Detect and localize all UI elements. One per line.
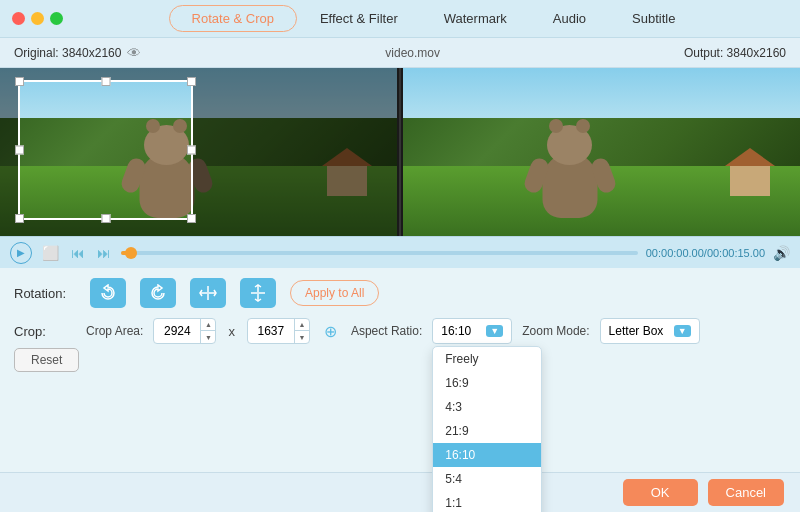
filename: video.mov xyxy=(385,46,440,60)
ok-button[interactable]: OK xyxy=(623,479,698,506)
aspect-option-4-3[interactable]: 4:3 xyxy=(433,395,541,419)
flip-horizontal-button[interactable] xyxy=(190,278,226,308)
panel-divider xyxy=(399,68,401,236)
playback-bar: ▶ ⬜ ⏮ ⏭ 00:00:00.00/00:00:15.00 🔊 xyxy=(0,236,800,268)
crop-center-icon[interactable]: ⊕ xyxy=(324,322,337,341)
crop-handle-bl[interactable] xyxy=(15,214,24,223)
video-house-roof xyxy=(322,148,372,166)
traffic-lights xyxy=(12,12,63,25)
zoom-mode-select-wrap: Letter Box ▼ xyxy=(600,318,700,344)
minimize-button[interactable] xyxy=(31,12,44,25)
aspect-ratio-button[interactable]: 16:10 ▼ xyxy=(432,318,512,344)
original-resolution: Original: 3840x2160 xyxy=(14,46,121,60)
aspect-ratio-value: 16:10 xyxy=(441,324,471,338)
video-sky-right xyxy=(403,68,800,118)
crop-handle-tl[interactable] xyxy=(15,77,24,86)
crop-width-down[interactable]: ▼ xyxy=(201,331,215,344)
title-bar: Rotate & Crop Effect & Filter Watermark … xyxy=(0,0,800,38)
bear-body-right xyxy=(542,153,597,218)
maximize-button[interactable] xyxy=(50,12,63,25)
video-panel-right xyxy=(403,68,800,236)
reset-button[interactable]: Reset xyxy=(14,348,79,372)
crop-height-down[interactable]: ▼ xyxy=(295,331,309,344)
next-frame-icon[interactable]: ⏭ xyxy=(95,243,113,263)
crop-handle-tm[interactable] xyxy=(101,77,110,86)
aspect-ratio-label: Aspect Ratio: xyxy=(351,324,422,338)
aspect-option-5-4[interactable]: 5:4 xyxy=(433,467,541,491)
bear-head-right xyxy=(547,125,592,165)
zoom-mode-button[interactable]: Letter Box ▼ xyxy=(600,318,700,344)
aspect-ratio-select-wrap: 16:10 ▼ Freely 16:9 4:3 21:9 16:10 5:4 1… xyxy=(432,318,512,344)
crop-handle-tr[interactable] xyxy=(187,77,196,86)
crop-row: Crop: Crop Area: ▲ ▼ x ▲ ▼ ⊕ Aspect Rati… xyxy=(14,318,786,344)
crop-area-label: Crop Area: xyxy=(86,324,143,338)
bear-ear-right-right xyxy=(576,119,590,133)
tab-watermark[interactable]: Watermark xyxy=(421,5,530,32)
crop-width-arrows: ▲ ▼ xyxy=(200,318,215,344)
video-bg-right xyxy=(403,68,800,236)
video-area xyxy=(0,68,800,236)
aspect-option-21-9[interactable]: 21:9 xyxy=(433,419,541,443)
info-bar: Original: 3840x2160 👁 video.mov Output: … xyxy=(0,38,800,68)
close-button[interactable] xyxy=(12,12,25,25)
rotate-left-button[interactable] xyxy=(90,278,126,308)
crop-handle-ml[interactable] xyxy=(15,146,24,155)
crop-height-input-wrap: ▲ ▼ xyxy=(247,318,310,344)
eye-icon[interactable]: 👁 xyxy=(127,45,141,61)
bear-ear-left-right xyxy=(549,119,563,133)
bear-arm-right-right xyxy=(589,156,618,195)
crop-handle-mr[interactable] xyxy=(187,146,196,155)
aspect-option-16-10[interactable]: 16:10 xyxy=(433,443,541,467)
crop-width-input-wrap: ▲ ▼ xyxy=(153,318,216,344)
time-display: 00:00:00.00/00:00:15.00 xyxy=(646,247,765,259)
video-panel-left xyxy=(0,68,397,236)
crop-width-up[interactable]: ▲ xyxy=(201,318,215,331)
apply-to-all-button[interactable]: Apply to All xyxy=(290,280,379,306)
rotation-label: Rotation: xyxy=(14,286,76,301)
bottom-bar: OK Cancel xyxy=(0,472,800,512)
crop-height-input[interactable] xyxy=(248,324,294,338)
aspect-ratio-dropdown[interactable]: Freely 16:9 4:3 21:9 16:10 5:4 1:1 9:16 xyxy=(432,346,542,512)
zoom-dropdown-arrow: ▼ xyxy=(674,325,691,337)
aspect-option-16-9[interactable]: 16:9 xyxy=(433,371,541,395)
bear-arm-left-right xyxy=(522,156,551,195)
aspect-option-freely[interactable]: Freely xyxy=(433,347,541,371)
volume-icon[interactable]: 🔊 xyxy=(773,245,790,261)
aspect-option-1-1[interactable]: 1:1 xyxy=(433,491,541,512)
crop-width-input[interactable] xyxy=(154,324,200,338)
crop-label: Crop: xyxy=(14,324,76,339)
play-button[interactable]: ▶ xyxy=(10,242,32,264)
progress-track[interactable] xyxy=(121,251,638,255)
prev-frame-icon[interactable]: ⏮ xyxy=(69,243,87,263)
tab-subtitle[interactable]: Subtitle xyxy=(609,5,698,32)
crop-handle-br[interactable] xyxy=(187,214,196,223)
tab-effect-filter[interactable]: Effect & Filter xyxy=(297,5,421,32)
video-house-right xyxy=(730,166,770,196)
video-house xyxy=(327,166,367,196)
progress-thumb[interactable] xyxy=(125,247,137,259)
zoom-mode-value: Letter Box xyxy=(609,324,664,338)
aspect-dropdown-arrow: ▼ xyxy=(486,325,503,337)
zoom-mode-label: Zoom Mode: xyxy=(522,324,589,338)
tab-rotate-crop[interactable]: Rotate & Crop xyxy=(169,5,297,32)
crop-height-up[interactable]: ▲ xyxy=(295,318,309,331)
video-house-roof-right xyxy=(725,148,775,166)
tab-audio[interactable]: Audio xyxy=(530,5,609,32)
bear-figure-right xyxy=(542,153,597,218)
cancel-button[interactable]: Cancel xyxy=(708,479,784,506)
output-resolution: Output: 3840x2160 xyxy=(684,46,786,60)
crop-height-arrows: ▲ ▼ xyxy=(294,318,309,344)
controls-area: Rotation: xyxy=(0,268,800,382)
dimension-separator: x xyxy=(228,324,235,339)
crop-handle-bm[interactable] xyxy=(101,214,110,223)
stop-icon[interactable]: ⬜ xyxy=(40,243,61,263)
nav-tabs: Rotate & Crop Effect & Filter Watermark … xyxy=(79,5,788,32)
crop-overlay[interactable] xyxy=(18,80,193,220)
rotate-right-button[interactable] xyxy=(140,278,176,308)
rotation-row: Rotation: xyxy=(14,278,786,308)
flip-vertical-button[interactable] xyxy=(240,278,276,308)
